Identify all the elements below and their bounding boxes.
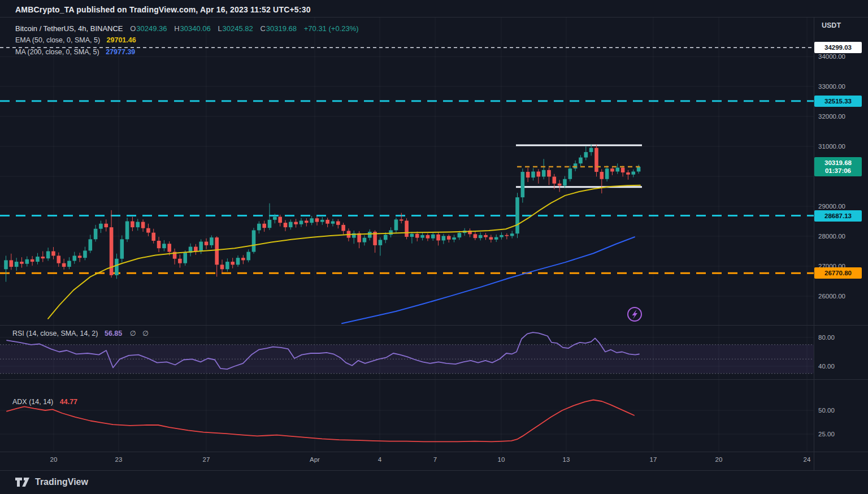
price-axis-label: 31000.00 — [818, 143, 845, 150]
high-value: 30340.06 — [180, 24, 211, 33]
adx-label: ADX (14, 14) — [12, 398, 53, 406]
tradingview-wordmark: TradingView — [35, 477, 88, 487]
time-axis-label: 4 — [378, 456, 381, 463]
rsi-axis-label: 40.00 — [818, 363, 835, 370]
time-axis-label: 10 — [498, 456, 505, 463]
adx-value: 44.77 — [60, 398, 77, 406]
time-axis-label: 20 — [715, 456, 723, 463]
ema-value: 29701.46 — [107, 36, 136, 44]
price-axis-label: 33000.00 — [818, 83, 845, 90]
price-axis[interactable]: USDT 34000.0033000.0032000.0031000.00290… — [814, 17, 868, 452]
time-axis-label: Apr — [310, 456, 320, 463]
rsi-legend: RSI (14, close, SMA, 14, 2) 56.85 ∅ ∅ — [12, 329, 149, 337]
time-axis-label: 24 — [804, 456, 811, 463]
ema-legend: EMA (50, close, 0, SMA, 5) 29701.46 — [15, 36, 136, 44]
time-axis-label: 17 — [650, 456, 657, 463]
published-header: AMBCrypto_TA published on TradingView.co… — [15, 5, 311, 14]
axis-currency-label: USDT — [822, 21, 841, 29]
time-axis-label: 20 — [50, 456, 58, 463]
time-axis-label: 7 — [433, 456, 437, 463]
rsi-value: 56.85 — [105, 330, 122, 337]
symbol-legend: Bitcoin / TetherUS, 4h, BINANCE O30249.3… — [15, 24, 359, 33]
symbol-title: Bitcoin / TetherUS, 4h, BINANCE — [15, 24, 123, 33]
change-value: +70.31 (+0.23%) — [304, 24, 359, 33]
price-axis-label: 26000.00 — [818, 293, 845, 300]
price-axis-label: 32000.00 — [818, 113, 845, 120]
countdown: 01:37:06 — [814, 167, 862, 175]
price-badge: 26770.80 — [814, 267, 862, 279]
close-label: C — [260, 24, 265, 33]
price-axis-label: 34000.00 — [818, 53, 845, 60]
price-axis-label: 29000.00 — [818, 203, 845, 210]
price-badge: 32515.33 — [814, 96, 862, 107]
low-value: 30245.82 — [223, 24, 253, 33]
tradingview-published-chart: AMBCrypto_TA published on TradingView.co… — [0, 0, 868, 494]
rsi-axis-label: 80.00 — [818, 334, 835, 341]
ma-value: 27977.39 — [106, 48, 135, 56]
price-badge: 28687.13 — [814, 210, 862, 222]
lightning-boost-icon[interactable] — [628, 307, 641, 321]
close-value: 30319.68 — [266, 24, 297, 33]
price-badge: 30319.6801:37:06 — [814, 157, 862, 176]
ema-label: EMA (50, close, 0, SMA, 5) — [15, 36, 100, 44]
open-value: 30249.36 — [136, 24, 167, 33]
ma-label: MA (200, close, 0, SMA, 5) — [15, 48, 99, 56]
low-label: L — [218, 24, 222, 33]
price-axis-label: 28000.00 — [818, 233, 845, 240]
rsi-label: RSI (14, close, SMA, 14, 2) — [12, 330, 98, 337]
chart-canvas[interactable] — [0, 0, 868, 494]
rsi-empty-set-icons: ∅ ∅ — [130, 330, 149, 337]
time-axis-label: 23 — [115, 456, 123, 463]
adx-axis-label: 50.00 — [818, 407, 835, 414]
adx-axis-label: 25.00 — [818, 431, 835, 437]
time-axis-label: 27 — [203, 456, 210, 463]
footer: TradingView — [15, 476, 88, 488]
price-badge: 34299.03 — [814, 42, 862, 53]
badge-price: 30319.68 — [814, 159, 862, 167]
adx-legend: ADX (14, 14) 44.77 — [12, 398, 77, 406]
open-label: O — [130, 24, 136, 33]
time-axis-label: 13 — [563, 456, 570, 463]
ma-legend: MA (200, close, 0, SMA, 5) 27977.39 — [15, 48, 135, 56]
time-axis[interactable]: 202327Apr471013172024 — [0, 452, 868, 470]
high-label: H — [174, 24, 179, 33]
tradingview-logo-icon[interactable] — [15, 476, 30, 488]
